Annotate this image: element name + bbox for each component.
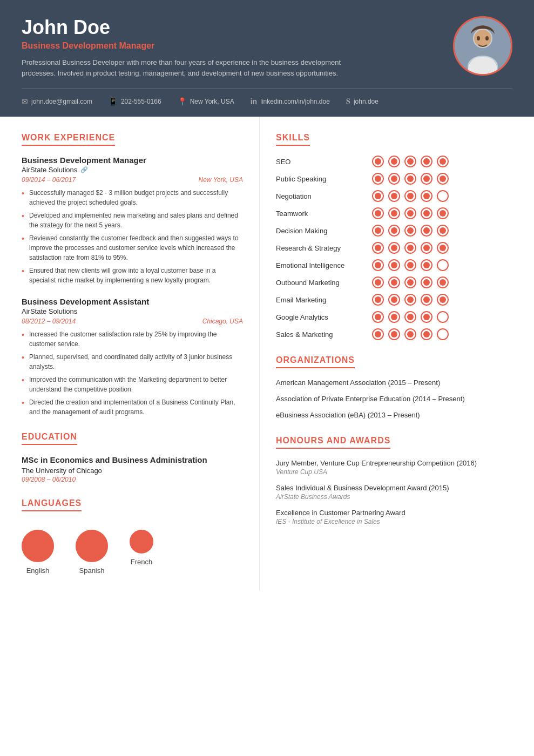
bullet-item: Reviewed constantly the customer feedbac… bbox=[22, 233, 243, 262]
svg-point-5 bbox=[477, 36, 480, 40]
skill-dots bbox=[372, 328, 449, 340]
avatar-image bbox=[455, 18, 511, 74]
skill-dots bbox=[372, 225, 449, 237]
skill-dot-filled bbox=[404, 190, 416, 202]
skill-dot-filled bbox=[404, 259, 416, 271]
skill-dot-filled bbox=[421, 173, 432, 185]
job-location: New York, USA bbox=[199, 176, 243, 184]
email-icon: ✉ bbox=[22, 97, 28, 106]
award-title: Excellence in Customer Partnering Award bbox=[276, 508, 512, 518]
skill-name: Sales & Marketing bbox=[276, 330, 368, 339]
skill-name: Teamwork bbox=[276, 210, 368, 218]
language-circle bbox=[130, 530, 153, 554]
skill-dot-filled bbox=[421, 156, 432, 167]
honours-list: Jury Member, Venture Cup Entrepreneurshi… bbox=[276, 458, 512, 526]
honours-section: HONOURS AND AWARDS Jury Member, Venture … bbox=[276, 436, 512, 526]
skill-dot-filled bbox=[421, 294, 432, 306]
linkedin-icon: in bbox=[251, 97, 257, 106]
job-dates: 09/2014 – 06/2017 bbox=[22, 176, 76, 184]
skill-dot-filled bbox=[421, 311, 432, 323]
skill-dot-filled bbox=[388, 173, 400, 185]
skill-row: Research & Strategy bbox=[276, 242, 512, 254]
language-circle bbox=[76, 530, 108, 562]
skill-row: Negotiation bbox=[276, 190, 512, 202]
resume-container: John Doe Business Development Manager Pr… bbox=[0, 0, 534, 756]
skill-dot-filled bbox=[421, 190, 432, 202]
languages-list: English Spanish French bbox=[22, 530, 243, 575]
skills-list: SEO Public Speaking Negotiation Teamwork… bbox=[276, 156, 512, 340]
bullet-item: Developed and implemented new marketing … bbox=[22, 211, 243, 230]
skill-name: Outbound Marketing bbox=[276, 279, 368, 287]
skill-dot-filled bbox=[437, 294, 449, 306]
skill-dot-filled bbox=[437, 225, 449, 237]
skill-dot-empty bbox=[437, 259, 449, 271]
bullet-item: Ensured that new clients will grow into … bbox=[22, 266, 243, 285]
award-source: AirState Business Awards bbox=[276, 493, 512, 501]
edu-school: The University of Chicago bbox=[22, 467, 243, 475]
bullet-item: Directed the creation and implementation… bbox=[22, 397, 243, 417]
organizations-title: ORGANIZATIONS bbox=[276, 355, 355, 368]
bullet-item: Planned, supervised, and coordinated dai… bbox=[22, 352, 243, 372]
avatar bbox=[453, 16, 512, 76]
phone-icon: 📱 bbox=[109, 97, 118, 106]
skill-dots bbox=[372, 173, 449, 185]
languages-title: LANGUAGES bbox=[22, 498, 82, 511]
skill-dots bbox=[372, 190, 449, 202]
award-title: Jury Member, Venture Cup Entrepreneurshi… bbox=[276, 458, 512, 468]
skill-dot-filled bbox=[388, 207, 400, 219]
skill-dot-filled bbox=[388, 225, 400, 237]
award-item: Excellence in Customer Partnering Award … bbox=[276, 508, 512, 525]
skill-dot-filled bbox=[372, 225, 384, 237]
skill-name: Research & Strategy bbox=[276, 244, 368, 252]
job-title-text: Business Development Assistant bbox=[22, 297, 243, 306]
skill-dot-filled bbox=[404, 328, 416, 340]
company-line: AirState Solutions 🔗 bbox=[22, 166, 243, 174]
bullet-item: Successfully managed $2 - 3 million budg… bbox=[22, 188, 243, 207]
language-label: Spanish bbox=[79, 566, 105, 575]
contact-bar: ✉ john.doe@gmail.com 📱 202-555-0166 📍 Ne… bbox=[22, 88, 512, 106]
skill-dot-filled bbox=[372, 190, 384, 202]
svg-point-3 bbox=[474, 30, 491, 47]
header-info: John Doe Business Development Manager Pr… bbox=[22, 16, 346, 78]
location-icon: 📍 bbox=[178, 97, 187, 106]
skill-dot-filled bbox=[388, 294, 400, 306]
job-title-text: Business Development Manager bbox=[22, 156, 243, 165]
skill-dot-filled bbox=[437, 242, 449, 254]
skill-dot-filled bbox=[404, 311, 416, 323]
skill-dot-filled bbox=[372, 328, 384, 340]
education-title: EDUCATION bbox=[22, 432, 77, 445]
skill-dot-filled bbox=[437, 173, 449, 185]
jobs-list: Business Development Manager AirState So… bbox=[22, 156, 243, 417]
bullet-list: Successfully managed $2 - 3 million budg… bbox=[22, 188, 243, 285]
skill-dot-filled bbox=[372, 207, 384, 219]
skill-row: Outbound Marketing bbox=[276, 276, 512, 288]
job-dates: 08/2012 – 09/2014 bbox=[22, 318, 76, 325]
bullet-item: Improved the communication with the Mark… bbox=[22, 375, 243, 394]
contact-location: 📍 New York, USA bbox=[178, 97, 234, 106]
skill-dot-filled bbox=[421, 225, 432, 237]
skill-dots bbox=[372, 259, 449, 271]
skill-dot-filled bbox=[421, 207, 432, 219]
skill-dot-filled bbox=[388, 311, 400, 323]
skill-dot-filled bbox=[404, 225, 416, 237]
skill-row: Sales & Marketing bbox=[276, 328, 512, 340]
job-block: Business Development Assistant AirState … bbox=[22, 297, 243, 417]
skill-row: Public Speaking bbox=[276, 173, 512, 185]
skill-dot-filled bbox=[437, 207, 449, 219]
org-item: American Management Association (2015 – … bbox=[276, 378, 512, 388]
skill-dot-filled bbox=[437, 276, 449, 288]
skill-dot-filled bbox=[404, 294, 416, 306]
skill-row: Decision Making bbox=[276, 225, 512, 237]
skill-dot-empty bbox=[437, 190, 449, 202]
skill-dots bbox=[372, 311, 449, 323]
skill-dot-filled bbox=[388, 242, 400, 254]
skill-dot-filled bbox=[421, 276, 432, 288]
skill-row: SEO bbox=[276, 156, 512, 167]
edu-dates: 09/2008 – 06/2010 bbox=[22, 476, 243, 483]
skill-name: Negotiation bbox=[276, 192, 368, 200]
skill-dot-filled bbox=[404, 276, 416, 288]
skill-dots bbox=[372, 242, 449, 254]
skill-dot-filled bbox=[372, 259, 384, 271]
skill-dot-filled bbox=[372, 294, 384, 306]
candidate-summary: Professional Business Developer with mor… bbox=[22, 57, 346, 78]
